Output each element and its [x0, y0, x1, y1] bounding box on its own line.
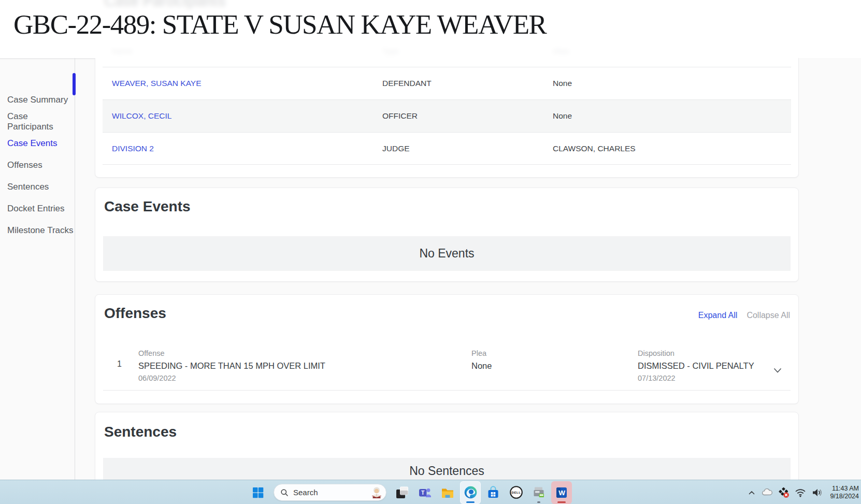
file-explorer-button[interactable] — [437, 481, 458, 504]
disposition-date: 07/13/2022 — [638, 372, 766, 384]
table-row: WEAVER, SUSAN KAYE DEFENDANT None — [103, 67, 791, 99]
participant-link[interactable]: WEAVER, SUSAN KAYE — [112, 79, 382, 88]
chevron-up-icon — [747, 488, 756, 497]
offense-expand-toggle[interactable] — [766, 347, 789, 384]
printer-running-indicator — [537, 501, 540, 503]
edge-app-button[interactable] — [460, 481, 481, 504]
participant-link[interactable]: WILCOX, CECIL — [112, 111, 382, 121]
offense-date: 06/09/2022 — [138, 372, 471, 384]
speaker-icon — [811, 486, 823, 499]
disposition-cell: Disposition DISMISSED - CIVIL PENALTY 07… — [638, 347, 766, 384]
offenses-actions: Expand All Collapse All — [698, 311, 790, 320]
plea-value: None — [471, 359, 638, 372]
sentences-heading: Sentences — [104, 424, 177, 440]
no-sentences-text: No Sentences — [409, 464, 484, 478]
system-tray: 11:43 AM 9/18/2024 — [746, 480, 859, 504]
divider — [103, 390, 791, 391]
windows-logo-icon — [252, 486, 264, 499]
active-nav-indicator — [73, 73, 76, 95]
onedrive-cloud-icon — [761, 486, 773, 499]
printer-app-button[interactable] — [528, 481, 549, 504]
sidebar-item-docket-entries[interactable]: Docket Entries — [0, 198, 75, 220]
onedrive-tray-button[interactable] — [760, 486, 774, 499]
svg-text:W: W — [558, 489, 565, 497]
sync-error-tray-button[interactable] — [777, 486, 791, 499]
clock-date: 9/18/2024 — [827, 493, 859, 500]
sidebar-item-milestone-tracks[interactable]: Milestone Tracks — [0, 220, 75, 241]
search-placeholder-text: Search — [293, 488, 369, 497]
sync-error-badge-icon — [778, 486, 790, 499]
task-view-icon — [395, 486, 409, 499]
windows-taskbar: Search — [0, 480, 861, 504]
edge-active-indicator — [466, 501, 475, 503]
screen: Case Participants Name Type Alias WEAVER… — [0, 0, 861, 504]
participants-table: WEAVER, SUSAN KAYE DEFENDANT None WILCOX… — [103, 67, 791, 165]
wifi-icon — [794, 486, 807, 499]
case-sidebar-nav: Case Summary Case Participants Case Even… — [0, 58, 75, 480]
start-button[interactable] — [248, 481, 268, 504]
offenses-card: Offenses Expand All Collapse All 1 Offen… — [95, 294, 799, 404]
plea-label: Plea — [471, 347, 638, 359]
word-app-button[interactable]: W — [551, 481, 572, 504]
sidebar-item-case-participants[interactable]: Case Participants — [0, 111, 75, 133]
participant-alias: CLAWSON, CHARLES — [553, 144, 791, 153]
case-header-bar: GBC-22-489: STATE V SUSAN KAYE WEAVER — [0, 0, 861, 58]
taskbar-clock[interactable]: 11:43 AM 9/18/2024 — [827, 485, 859, 500]
file-explorer-folder-icon — [441, 486, 454, 499]
disposition-label: Disposition — [638, 347, 766, 359]
offense-number: 1 — [117, 347, 138, 384]
no-events-text: No Events — [419, 247, 474, 261]
case-events-card: Case Events No Events — [95, 188, 799, 282]
no-events-banner: No Events — [103, 236, 791, 271]
offense-value: SPEEDING - MORE THAN 15 MPH OVER LIMIT — [138, 359, 471, 372]
dell-icon: DELL — [509, 485, 523, 499]
disposition-value: DISMISSED - CIVIL PENALTY — [638, 359, 766, 372]
volume-tray-button[interactable] — [810, 486, 824, 499]
offense-row: 1 Offense SPEEDING - MORE THAN 15 MPH OV… — [95, 347, 798, 384]
clock-time: 11:43 AM — [827, 485, 859, 493]
collapse-all-link[interactable]: Collapse All — [747, 311, 790, 320]
offense-label: Offense — [138, 347, 471, 359]
participant-type: JUDGE — [382, 144, 553, 153]
sidebar-item-case-summary[interactable]: Case Summary — [0, 89, 75, 111]
microsoft-store-icon — [486, 486, 500, 499]
task-view-button[interactable] — [392, 481, 412, 504]
printer-copier-icon — [532, 486, 546, 499]
expand-all-link[interactable]: Expand All — [698, 311, 738, 320]
case-events-heading: Case Events — [104, 198, 191, 215]
table-row: DIVISION 2 JUDGE CLAWSON, CHARLES — [103, 132, 791, 165]
taskbar-search-box[interactable]: Search — [274, 484, 386, 501]
participant-type: OFFICER — [382, 111, 553, 121]
teams-app-button[interactable]: T — [414, 481, 435, 504]
participant-alias: None — [553, 79, 791, 88]
offenses-heading: Offenses — [104, 305, 166, 322]
offense-cell: Offense SPEEDING - MORE THAN 15 MPH OVER… — [138, 347, 471, 384]
microsoft-store-button[interactable] — [483, 481, 504, 504]
edge-browser-icon — [464, 485, 478, 499]
chevron-down-icon — [772, 365, 783, 376]
tray-overflow-button[interactable] — [746, 488, 757, 497]
participant-link[interactable]: DIVISION 2 — [112, 144, 382, 153]
page-title: GBC-22-489: STATE V SUSAN KAYE WEAVER — [0, 0, 861, 39]
word-attention-indicator — [557, 501, 566, 503]
svg-text:DELL: DELL — [511, 491, 521, 494]
participant-alias: None — [553, 111, 791, 121]
sidebar-item-case-events[interactable]: Case Events — [0, 133, 75, 154]
taskbar-center-icons: Search — [248, 480, 572, 504]
sidebar-item-sentences[interactable]: Sentences — [0, 176, 75, 198]
search-icon — [280, 488, 289, 497]
sidebar-item-offenses[interactable]: Offenses — [0, 154, 75, 176]
word-icon: W — [555, 486, 568, 499]
teams-icon: T — [418, 486, 432, 499]
participant-type: DEFENDANT — [382, 79, 553, 88]
svg-text:T: T — [421, 489, 425, 495]
table-row: WILCOX, CECIL OFFICER None — [103, 99, 791, 132]
wifi-tray-button[interactable] — [794, 486, 807, 499]
plea-cell: Plea None — [471, 347, 638, 384]
dell-app-button[interactable]: DELL — [506, 481, 526, 504]
search-highlight-reader-image — [369, 485, 384, 500]
